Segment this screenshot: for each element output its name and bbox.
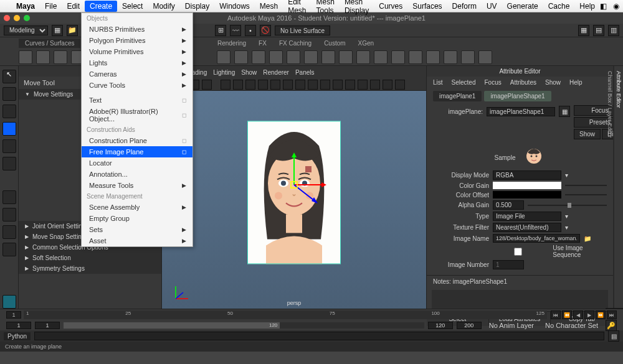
menu-item-construction-plane[interactable]: Construction Plane◻: [82, 135, 193, 146]
play-forward-button[interactable]: ▶: [584, 310, 594, 319]
menu-item-illustrator[interactable]: Adobe(R) Illustrator(R) Object...◻: [82, 106, 193, 124]
ae-link-show[interactable]: Show: [545, 79, 561, 86]
ae-tab-imageplane1[interactable]: imagePlane1: [433, 91, 482, 101]
menu-create[interactable]: Create: [85, 1, 117, 12]
view-menu-lighting[interactable]: Lighting: [213, 69, 235, 76]
menu-help[interactable]: Help: [574, 1, 600, 12]
menu-item-text[interactable]: Text◻: [82, 95, 193, 106]
shelf-icon[interactable]: [269, 50, 283, 64]
viewport-icon[interactable]: [345, 80, 355, 90]
menu-mesh-display[interactable]: Mesh Display: [340, 0, 374, 16]
color-gain-swatch[interactable]: [493, 182, 561, 189]
no-live-icon[interactable]: 🚫: [260, 25, 271, 36]
chevron-down-icon[interactable]: ▾: [565, 213, 568, 220]
chevron-down-icon[interactable]: ▾: [565, 224, 568, 231]
viewport-icon[interactable]: [258, 80, 268, 90]
viewport-icon[interactable]: [320, 80, 330, 90]
menu-mesh[interactable]: Mesh: [255, 1, 283, 12]
range-max-input[interactable]: [457, 322, 482, 329]
alpha-gain-slider[interactable]: [528, 205, 607, 206]
zoom-window-icon[interactable]: [24, 15, 30, 21]
menu-curves[interactable]: Curves: [374, 1, 407, 12]
shelf-icon[interactable]: [287, 50, 300, 64]
view-menu-panels[interactable]: Panels: [295, 69, 315, 76]
shelf-icon[interactable]: [478, 50, 492, 64]
layout-icon[interactable]: ▦: [578, 25, 589, 36]
ae-tab-imageplaneshape1[interactable]: imagePlaneShape1: [484, 91, 551, 101]
menu-item-locator[interactable]: Locator: [82, 157, 193, 169]
shelf-icon[interactable]: [374, 50, 388, 64]
cmd-language-dropdown[interactable]: Python: [4, 332, 31, 340]
texture-filter-dropdown[interactable]: Nearest(Unfiltered): [493, 223, 561, 232]
menu-item-nurbs-primitives[interactable]: NURBS Primitives▶: [82, 24, 193, 35]
display-mode-dropdown[interactable]: RGBA: [493, 170, 561, 180]
move-tool-icon[interactable]: [2, 122, 16, 136]
layout-four-icon[interactable]: [2, 208, 16, 222]
shelf-icon[interactable]: [54, 50, 67, 64]
layout-single-icon[interactable]: [2, 190, 16, 204]
viewport-icon[interactable]: [295, 80, 305, 90]
menu-item-annotation[interactable]: Annotation...: [82, 169, 193, 180]
menu-item-cameras[interactable]: Cameras▶: [82, 68, 193, 80]
layout-icon-3[interactable]: ▥: [608, 25, 619, 36]
shelf-tab-curves[interactable]: Curves / Surfaces: [19, 39, 80, 48]
current-frame-input[interactable]: 1: [6, 311, 21, 319]
notes-textarea[interactable]: [432, 290, 608, 309]
use-image-sequence-checkbox[interactable]: [487, 248, 549, 256]
image-plane[interactable]: [247, 121, 341, 264]
app-name[interactable]: Maya: [11, 1, 40, 12]
menu-item-polygon-primitives[interactable]: Polygon Primitives▶: [82, 35, 193, 46]
menu-deform[interactable]: Deform: [447, 1, 482, 12]
view-menu-show[interactable]: Show: [241, 69, 257, 76]
menu-item-scene-assembly[interactable]: Scene Assembly▶: [82, 202, 193, 213]
new-scene-icon[interactable]: ▦: [52, 25, 63, 36]
menu-item-curve-tools[interactable]: Curve Tools▶: [82, 80, 193, 91]
shelf-tab-rendering[interactable]: Rendering: [211, 39, 252, 48]
right-tab-attribute-editor[interactable]: Attribute Editor: [614, 66, 623, 309]
shelf-icon[interactable]: [426, 50, 440, 64]
layout-icon-2[interactable]: ▤: [593, 25, 604, 36]
viewport-icon[interactable]: [308, 80, 318, 90]
right-tab-channel-box[interactable]: Channel Box / Layer Editor: [606, 66, 614, 309]
color-gain-slider[interactable]: [565, 185, 607, 186]
color-offset-swatch[interactable]: [493, 191, 561, 198]
viewport-icon[interactable]: [245, 80, 255, 90]
script-editor-icon[interactable]: ▤: [608, 330, 619, 342]
command-input[interactable]: [34, 332, 604, 340]
range-min-input[interactable]: [6, 322, 31, 329]
chevron-down-icon[interactable]: ▾: [565, 172, 568, 179]
status-icon[interactable]: ◧: [600, 2, 607, 11]
live-surface-dropdown[interactable]: No Live Surface: [275, 26, 330, 35]
viewport-icon[interactable]: [333, 80, 343, 90]
viewport-icon[interactable]: [270, 80, 280, 90]
ae-link-attributes[interactable]: Attributes: [510, 79, 536, 86]
section-soft-selection[interactable]: ▶Soft Selection: [19, 253, 161, 263]
menu-item-asset[interactable]: Asset▶: [82, 235, 193, 246]
ae-link-focus[interactable]: Focus: [484, 79, 501, 86]
viewport[interactable]: persp: [162, 91, 426, 309]
viewport-icon[interactable]: [283, 80, 293, 90]
menu-windows[interactable]: Windows: [214, 1, 255, 12]
viewport-icon[interactable]: [383, 80, 392, 90]
viewport-icon[interactable]: [233, 80, 243, 90]
node-name-input[interactable]: [487, 107, 555, 116]
viewport-icon[interactable]: [395, 80, 405, 90]
shelf-icon[interactable]: [356, 50, 370, 64]
menu-surfaces[interactable]: Surfaces: [407, 1, 447, 12]
range-end-input[interactable]: [428, 322, 453, 329]
lasso-tool-icon[interactable]: [2, 87, 16, 101]
shelf-icon[interactable]: [444, 50, 457, 64]
rotate-tool-icon[interactable]: [2, 139, 16, 153]
anim-layer-dropdown[interactable]: No Anim Layer: [485, 321, 538, 330]
shelf-icon[interactable]: [252, 50, 265, 64]
snap-grid-icon[interactable]: ⊞: [215, 25, 226, 36]
shelf-icon[interactable]: [321, 50, 335, 64]
section-symmetry[interactable]: ▶Symmetry Settings: [19, 263, 161, 274]
show-button[interactable]: Show: [574, 129, 601, 139]
character-set-dropdown[interactable]: No Character Set: [541, 321, 602, 330]
shelf-icon[interactable]: [19, 50, 32, 64]
menu-item-empty-group[interactable]: Empty Group: [82, 213, 193, 224]
snap-point-icon[interactable]: •: [245, 25, 256, 36]
ae-link-selected[interactable]: Selected: [452, 79, 476, 86]
shelf-icon[interactable]: [36, 50, 50, 64]
